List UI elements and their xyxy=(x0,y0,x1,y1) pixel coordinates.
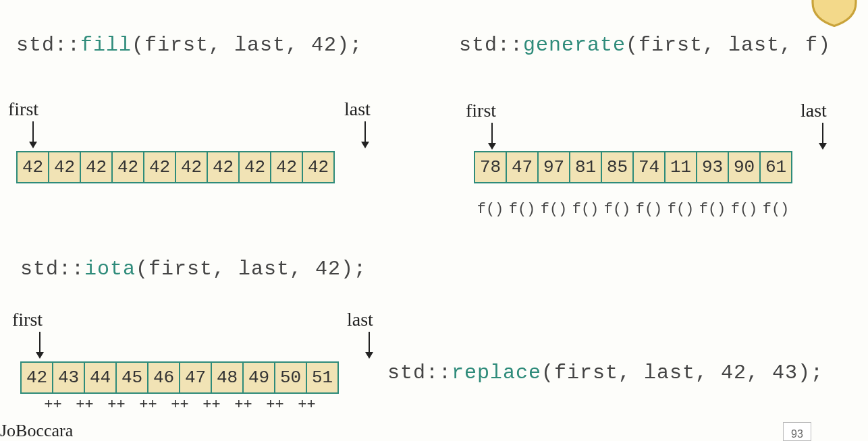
arrow-last-icon xyxy=(364,121,366,147)
iota-cells: 42434445464748495051 xyxy=(20,361,339,394)
below-label: ++ xyxy=(68,396,101,413)
array-cell: 97 xyxy=(537,151,570,183)
array-cell: 93 xyxy=(696,151,729,183)
array-cell: 74 xyxy=(632,151,666,183)
label-first: first xyxy=(8,98,38,120)
below-label xyxy=(322,396,355,413)
label-last: last xyxy=(801,100,827,121)
array-cell: 45 xyxy=(115,361,148,394)
arrow-first-icon xyxy=(39,332,40,357)
array-cell: 85 xyxy=(601,151,634,183)
array-cell: 42 xyxy=(48,151,81,183)
below-label: ++ xyxy=(195,396,228,413)
below-label: f() xyxy=(601,201,634,218)
array-cell: 42 xyxy=(175,151,208,183)
iota-increment-row: ++++++++++++++++++ xyxy=(36,396,355,413)
code-fn: iota xyxy=(84,258,136,281)
code-prefix: std:: xyxy=(16,34,80,57)
below-label: ++ xyxy=(132,396,165,413)
below-label: f() xyxy=(664,201,697,218)
code-args: (first, last, f) xyxy=(626,34,831,57)
below-label: f() xyxy=(537,201,570,218)
array-cell: 11 xyxy=(664,151,697,183)
array-cell: 42 xyxy=(302,151,335,183)
array-cell: 42 xyxy=(20,361,53,394)
code-prefix: std:: xyxy=(387,361,452,384)
code-fn: fill xyxy=(80,34,132,57)
array-cell: 50 xyxy=(274,361,307,394)
below-label: ++ xyxy=(36,396,70,413)
arrow-last-icon xyxy=(369,332,370,357)
below-label: f() xyxy=(759,201,792,218)
array-cell: 42 xyxy=(16,151,49,183)
author-handle: JoBoccara xyxy=(0,421,73,441)
code-fn: generate xyxy=(523,34,626,57)
below-label: f() xyxy=(506,201,539,218)
array-cell: 42 xyxy=(143,151,176,183)
fill-cells: 42424242424242424242 xyxy=(16,151,335,183)
array-cell: 49 xyxy=(242,361,275,394)
below-label: f() xyxy=(696,201,729,218)
below-label: ++ xyxy=(290,396,323,413)
code-fill: std::fill(first, last, 42); xyxy=(16,34,362,57)
code-iota: std::iota(first, last, 42); xyxy=(20,258,367,281)
array-cell: 46 xyxy=(147,361,180,394)
below-label: ++ xyxy=(100,396,133,413)
label-first: first xyxy=(12,309,43,330)
generate-cells: 78479781857411939061 xyxy=(474,151,792,183)
arrow-first-icon xyxy=(491,123,493,148)
code-prefix: std:: xyxy=(20,258,84,281)
array-cell: 51 xyxy=(306,361,339,394)
array-cell: 47 xyxy=(179,361,212,394)
array-cell: 90 xyxy=(728,151,761,183)
code-generate: std::generate(first, last, f) xyxy=(459,34,831,57)
array-cell: 42 xyxy=(207,151,240,183)
below-label: f() xyxy=(728,201,761,218)
array-cell: 42 xyxy=(111,151,144,183)
array-cell: 43 xyxy=(52,361,85,394)
array-cell: 81 xyxy=(569,151,602,183)
array-cell: 42 xyxy=(80,151,113,183)
page-number: 93 xyxy=(783,422,811,441)
code-args: (first, last, 42); xyxy=(132,34,362,57)
code-args: (first, last, 42, 43); xyxy=(541,361,823,384)
generate-call-row: f()f()f()f()f()f()f()f()f()f() xyxy=(474,201,792,218)
below-label: ++ xyxy=(259,396,292,413)
array-cell: 61 xyxy=(759,151,792,183)
array-cell: 47 xyxy=(506,151,539,183)
below-label: f() xyxy=(569,201,602,218)
code-replace: std::replace(first, last, 42, 43); xyxy=(387,361,823,384)
below-label: ++ xyxy=(227,396,260,413)
arrow-first-icon xyxy=(32,121,34,147)
below-label: f() xyxy=(632,201,666,218)
array-cell: 44 xyxy=(84,361,117,394)
array-cell: 42 xyxy=(270,151,303,183)
array-cell: 42 xyxy=(238,151,271,183)
code-fn: replace xyxy=(452,361,541,384)
code-prefix: std:: xyxy=(459,34,523,57)
label-last: last xyxy=(344,98,371,120)
below-label: f() xyxy=(474,201,507,218)
corner-badge-icon xyxy=(807,0,861,27)
arrow-last-icon xyxy=(822,123,823,148)
below-label: ++ xyxy=(163,396,196,413)
array-cell: 78 xyxy=(474,151,507,183)
label-first: first xyxy=(466,100,496,121)
code-args: (first, last, 42); xyxy=(136,258,367,281)
array-cell: 48 xyxy=(211,361,244,394)
label-last: last xyxy=(347,309,373,330)
